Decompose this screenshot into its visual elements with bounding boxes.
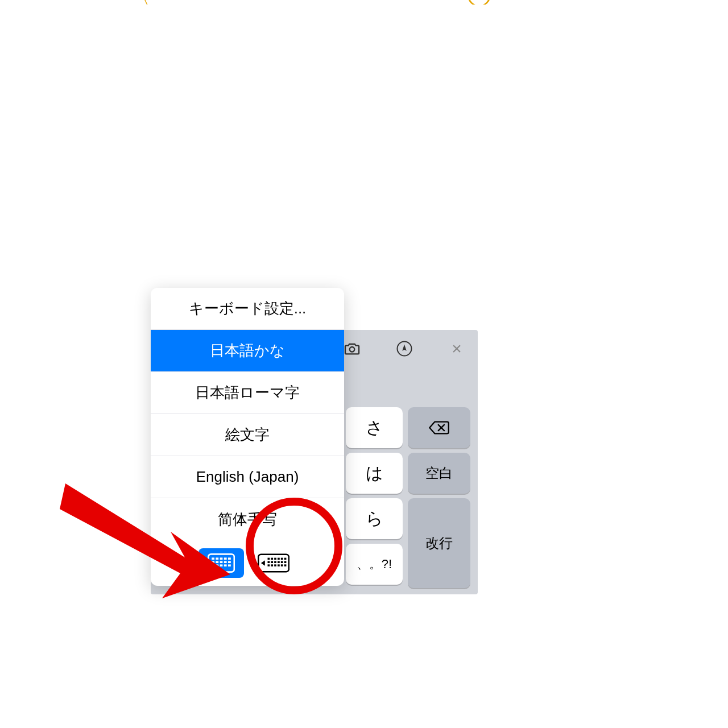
keyboard-option-kana[interactable]: 日本語かな <box>151 330 344 372</box>
keyboard-option-romaji[interactable]: 日本語ローマ字 <box>151 372 344 414</box>
svg-rect-30 <box>281 561 283 564</box>
keyboard-option-handwriting[interactable]: 简体手写 <box>151 498 344 540</box>
svg-rect-15 <box>220 564 223 566</box>
svg-rect-29 <box>278 561 280 564</box>
svg-rect-23 <box>278 558 280 560</box>
key-sa[interactable]: さ <box>346 407 403 448</box>
svg-rect-13 <box>212 564 214 566</box>
svg-rect-26 <box>268 561 270 564</box>
svg-rect-9 <box>216 561 218 563</box>
svg-rect-24 <box>281 558 283 560</box>
svg-rect-10 <box>220 561 223 563</box>
svg-rect-32 <box>268 564 270 566</box>
svg-rect-17 <box>228 564 231 566</box>
svg-rect-8 <box>212 561 214 563</box>
key-symbols[interactable]: 、。?! <box>346 544 403 585</box>
svg-rect-22 <box>274 558 276 560</box>
svg-rect-11 <box>224 561 227 563</box>
markup-pen-icon[interactable] <box>395 339 414 358</box>
keyboard-option-label: English (Japan) <box>196 468 299 486</box>
svg-rect-35 <box>278 564 280 566</box>
svg-rect-4 <box>216 557 218 560</box>
svg-rect-7 <box>228 557 231 560</box>
camera-icon[interactable] <box>342 339 362 358</box>
keyboard-option-label: 絵文字 <box>225 425 270 445</box>
keyboard-settings-label: キーボード設定... <box>189 299 307 318</box>
svg-rect-5 <box>220 557 223 560</box>
key-return[interactable]: 改行 <box>408 498 470 588</box>
close-icon[interactable]: × <box>447 339 466 358</box>
key-ra[interactable]: ら <box>346 498 403 539</box>
svg-rect-20 <box>268 558 270 560</box>
svg-rect-36 <box>281 564 283 566</box>
svg-rect-34 <box>274 564 276 566</box>
svg-rect-16 <box>224 564 227 566</box>
keyboard-option-emoji[interactable]: 絵文字 <box>151 414 344 456</box>
keyboard-layout-toggle-row <box>151 540 344 586</box>
svg-rect-33 <box>271 564 273 566</box>
svg-marker-19 <box>261 560 265 565</box>
keyboard-settings-item[interactable]: キーボード設定... <box>151 288 344 330</box>
svg-rect-21 <box>271 558 273 560</box>
svg-rect-27 <box>271 561 273 564</box>
svg-rect-12 <box>228 561 231 563</box>
svg-rect-25 <box>284 558 287 560</box>
layout-toggle-full[interactable] <box>251 548 296 578</box>
key-ha[interactable]: は <box>346 453 403 494</box>
svg-rect-6 <box>224 557 227 560</box>
svg-rect-14 <box>216 564 218 566</box>
svg-rect-31 <box>284 561 287 564</box>
svg-rect-3 <box>212 557 214 560</box>
keyboard-option-label: 简体手写 <box>218 510 277 530</box>
keyboard-option-label: 日本語かな <box>210 341 285 361</box>
keyboard-option-english[interactable]: English (Japan) <box>151 456 344 498</box>
cropped-header: 〈 ◯ ･･･ <box>0 0 728 5</box>
key-backspace[interactable] <box>408 407 470 448</box>
svg-rect-37 <box>284 564 287 566</box>
svg-point-0 <box>350 347 355 352</box>
key-space[interactable]: 空白 <box>408 453 470 494</box>
svg-rect-28 <box>274 561 276 564</box>
keyboard-switcher-popup: キーボード設定... 日本語かな 日本語ローマ字 絵文字 English (Ja… <box>151 288 344 586</box>
layout-toggle-flick[interactable] <box>198 548 244 578</box>
keyboard-option-label: 日本語ローマ字 <box>195 383 300 403</box>
